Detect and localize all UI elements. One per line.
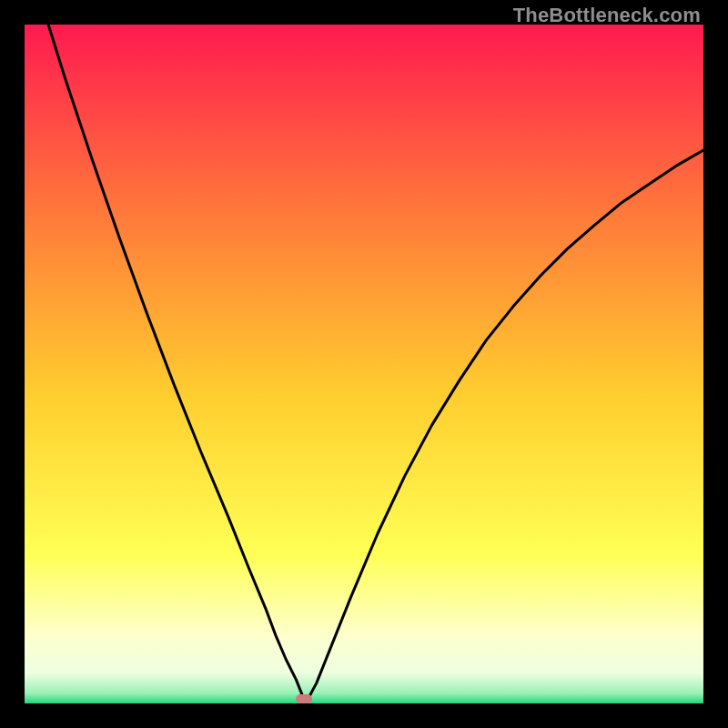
plot-area [25,25,703,703]
bottleneck-curve [25,25,703,703]
optimal-marker [296,694,312,703]
watermark-text: TheBottleneck.com [513,4,701,27]
chart-frame: TheBottleneck.com [0,0,728,728]
